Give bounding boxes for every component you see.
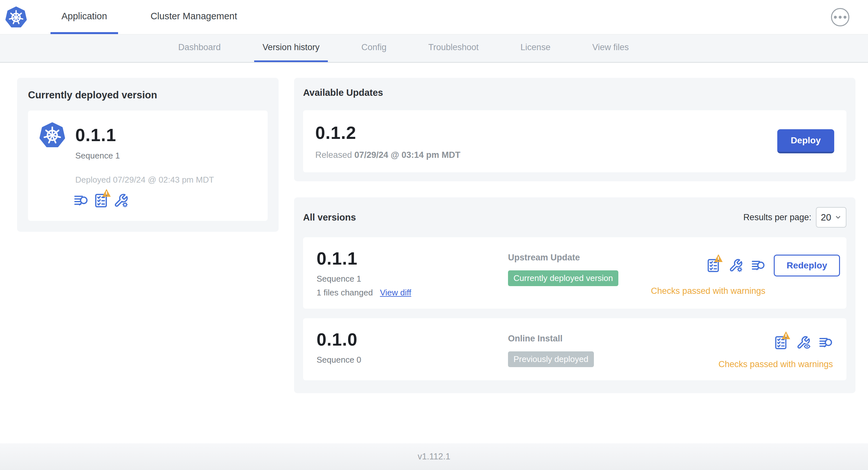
update-version-number: 0.1.2 — [315, 123, 460, 143]
warning-triangle-icon — [781, 331, 791, 340]
all-versions-title: All versions — [303, 212, 356, 223]
checks-status-text[interactable]: Checks passed with warnings — [718, 360, 833, 369]
header-right — [831, 0, 868, 34]
row-version-number: 0.1.1 — [317, 248, 508, 269]
app-nav-bar: Dashboard Version history Config Trouble… — [0, 34, 868, 63]
results-per-page: Results per page: 20 — [743, 207, 846, 228]
deploy-button[interactable]: Deploy — [777, 129, 834, 153]
logs-icon[interactable] — [819, 336, 833, 350]
ellipsis-menu-icon[interactable] — [831, 8, 849, 26]
top-tab-bar: Application Cluster Management — [51, 0, 248, 34]
row-sequence: Sequence 1 — [317, 274, 508, 284]
all-versions-panel: All versions Results per page: 20 0.1.1 … — [294, 197, 856, 393]
tab-view-files[interactable]: View files — [584, 34, 637, 62]
current-version-title: Currently deployed version — [28, 89, 268, 101]
current-version-number: 0.1.1 — [75, 125, 116, 145]
tab-dashboard[interactable]: Dashboard — [170, 34, 229, 62]
kubernetes-app-icon — [39, 122, 65, 147]
tab-troubleshoot[interactable]: Troubleshoot — [420, 34, 487, 62]
version-row-0.1.1: 0.1.1 Sequence 1 1 files changed View di… — [303, 237, 846, 309]
results-per-page-select[interactable]: 20 — [816, 207, 846, 228]
available-updates-title: Available Updates — [303, 88, 846, 98]
row-version-number: 0.1.0 — [317, 329, 508, 350]
available-update-card: 0.1.2 Released 07/29/24 @ 03:14 pm MDT D… — [303, 110, 846, 172]
current-version-panel: Currently deployed version 0.1.1 Sequenc… — [17, 78, 279, 232]
logs-icon[interactable] — [751, 259, 765, 273]
available-updates-panel: Available Updates 0.1.2 Released 07/29/2… — [294, 78, 856, 181]
update-released-date: Released 07/29/24 @ 03:14 pm MDT — [315, 150, 460, 160]
admin-console-page: Application Cluster Management Dashboard… — [0, 0, 868, 470]
top-header: Application Cluster Management — [0, 0, 868, 34]
redeploy-button[interactable]: Redeploy — [774, 255, 840, 276]
row-files-changed: 1 files changed — [317, 288, 373, 298]
version-row-0.1.0: 0.1.0 Sequence 0 Online Install Previous… — [303, 318, 846, 380]
current-version-card: 0.1.1 Sequence 1 Deployed 07/29/24 @ 02:… — [28, 110, 268, 221]
status-badge: Previously deployed — [508, 351, 594, 367]
preflight-checks-icon[interactable] — [774, 336, 788, 350]
right-column: Available Updates 0.1.2 Released 07/29/2… — [294, 78, 856, 393]
tab-application[interactable]: Application — [51, 0, 118, 34]
tab-config[interactable]: Config — [353, 34, 395, 62]
tab-cluster-management[interactable]: Cluster Management — [140, 0, 248, 34]
current-version-actions — [74, 193, 256, 208]
row-source-label: Upstream Update — [508, 253, 651, 263]
view-diff-link[interactable]: View diff — [380, 288, 411, 298]
chevron-down-icon — [835, 214, 842, 221]
kubernetes-logo-icon — [5, 0, 27, 34]
preflight-checks-icon[interactable] — [94, 193, 108, 208]
current-version-sequence: Sequence 1 — [75, 151, 256, 161]
tab-version-history[interactable]: Version history — [254, 34, 328, 62]
row-source-label: Online Install — [508, 334, 718, 344]
console-version-label: v1.112.1 — [417, 452, 451, 462]
row-sequence: Sequence 0 — [317, 355, 508, 365]
edit-config-icon[interactable] — [729, 259, 743, 273]
current-version-deployed-date: Deployed 07/29/24 @ 02:43 pm MDT — [75, 175, 256, 185]
logs-icon[interactable] — [74, 193, 89, 208]
checks-status-text[interactable]: Checks passed with warnings — [651, 286, 840, 296]
preflight-checks-icon[interactable] — [706, 259, 720, 273]
warning-triangle-icon — [713, 253, 723, 263]
view-config-icon[interactable] — [796, 336, 810, 350]
page-footer: v1.112.1 — [0, 443, 868, 470]
results-per-page-label: Results per page: — [743, 212, 811, 223]
status-badge: Currently deployed version — [508, 270, 618, 286]
warning-triangle-icon — [101, 188, 112, 198]
main-content: Currently deployed version 0.1.1 Sequenc… — [0, 63, 868, 443]
tab-license[interactable]: License — [512, 34, 559, 62]
edit-config-icon[interactable] — [114, 193, 128, 208]
current-version-section: Currently deployed version 0.1.1 Sequenc… — [17, 78, 279, 232]
